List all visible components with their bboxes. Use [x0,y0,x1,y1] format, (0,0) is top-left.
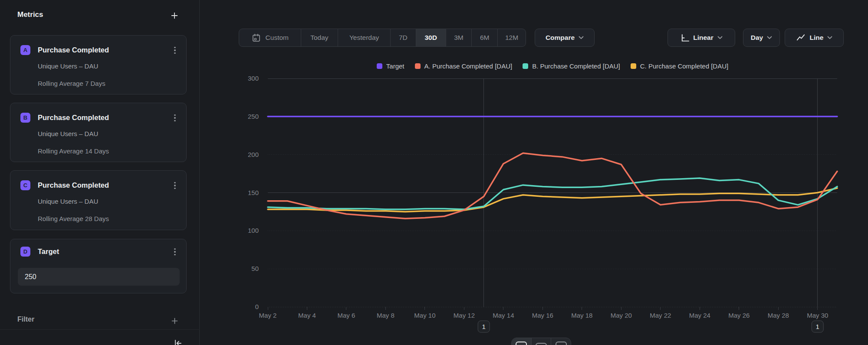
rounded-square-icon [516,342,527,345]
metric-title: Purchase Completed [38,114,109,122]
y-axis-label: 250 [248,113,259,120]
view-toggle-button-2[interactable] [531,338,551,345]
metric-card-c: C Purchase Completed Unique Users – DAU … [10,170,187,230]
x-axis-label: May 2 [259,312,277,319]
sidebar: Metrics A Purchase Completed Unique User… [0,0,200,345]
rows-icon [536,343,547,345]
metrics-section-title: Metrics [17,10,43,19]
view-toggle-button-1[interactable] [512,338,531,345]
kebab-icon [174,182,176,184]
target-title: Target [38,247,59,256]
metric-badge-a: A [20,45,30,55]
metric-badge-b: B [20,113,30,123]
metric-card-a: A Purchase Completed Unique Users – DAU … [10,35,187,94]
x-axis-label: May 26 [728,312,750,319]
target-card: D Target [10,239,187,293]
target-menu-button[interactable] [170,247,180,257]
plus-icon [171,317,179,325]
metric-badge-c: C [20,180,30,190]
metric-rolling-average: Rolling Average 14 Days [38,147,109,155]
annotation-badge-label: 1 [482,323,485,330]
plus-icon [170,11,179,20]
kebab-icon [174,114,176,116]
x-axis-label: May 28 [768,312,789,319]
collapse-sidebar-button[interactable] [173,338,183,345]
metric-menu-button[interactable] [170,113,180,123]
metric-measure: Unique Users – DAU [38,198,98,205]
sidebar-divider [0,329,200,330]
annotation-badge-label: 1 [816,323,819,330]
collapse-left-icon [173,338,183,345]
metric-rolling-average: Rolling Average 28 Days [38,215,109,222]
metric-menu-button[interactable] [170,180,180,191]
x-axis-label: May 12 [454,312,475,319]
x-axis-label: May 6 [338,312,355,319]
y-axis-label: 0 [255,303,259,310]
x-axis-label: May 16 [532,312,553,319]
add-metric-button[interactable] [169,10,180,21]
x-axis-label: May 10 [414,312,435,319]
metric-title: Purchase Completed [38,181,109,189]
x-axis-label: May 20 [611,312,632,319]
metric-measure: Unique Users – DAU [38,62,98,70]
kebab-icon [174,47,176,49]
metric-card-header: B Purchase Completed [20,113,109,123]
chart-view-toggle [511,338,571,345]
x-axis-label: May 24 [689,312,710,319]
y-axis-label: 150 [248,189,259,196]
y-axis-label: 200 [248,151,259,158]
add-filter-button[interactable] [169,316,180,326]
y-axis-label: 300 [248,75,259,82]
filter-section-title: Filter [17,316,34,323]
kebab-icon [174,248,176,250]
metric-measure: Unique Users – DAU [38,130,98,137]
x-axis-label: May 22 [650,312,671,319]
x-axis-label: May 8 [377,312,395,319]
metric-card-header: A Purchase Completed [20,45,109,55]
target-card-header: D Target [20,247,59,257]
x-axis-label: May 4 [298,312,316,319]
metrics-dashboard: Metrics A Purchase Completed Unique User… [0,0,868,345]
rounded-square-icon [556,342,567,345]
metric-title: Purchase Completed [38,46,109,54]
x-axis-label: May 14 [493,312,514,319]
metric-rolling-average: Rolling Average 7 Days [38,80,105,87]
metric-card-b: B Purchase Completed Unique Users – DAU … [10,103,187,162]
line-chart: 050100150200250300May 2May 4May 6May 8Ma… [200,0,868,345]
metric-menu-button[interactable] [170,45,180,55]
view-toggle-button-3[interactable] [551,338,571,345]
x-axis-label: May 30 [807,312,828,319]
x-axis-label: May 18 [571,312,592,319]
y-axis-label: 50 [251,265,259,272]
metric-badge-d: D [20,247,30,257]
target-value-input[interactable] [18,268,180,286]
metric-card-header: C Purchase Completed [20,180,109,190]
y-axis-label: 100 [248,227,259,234]
